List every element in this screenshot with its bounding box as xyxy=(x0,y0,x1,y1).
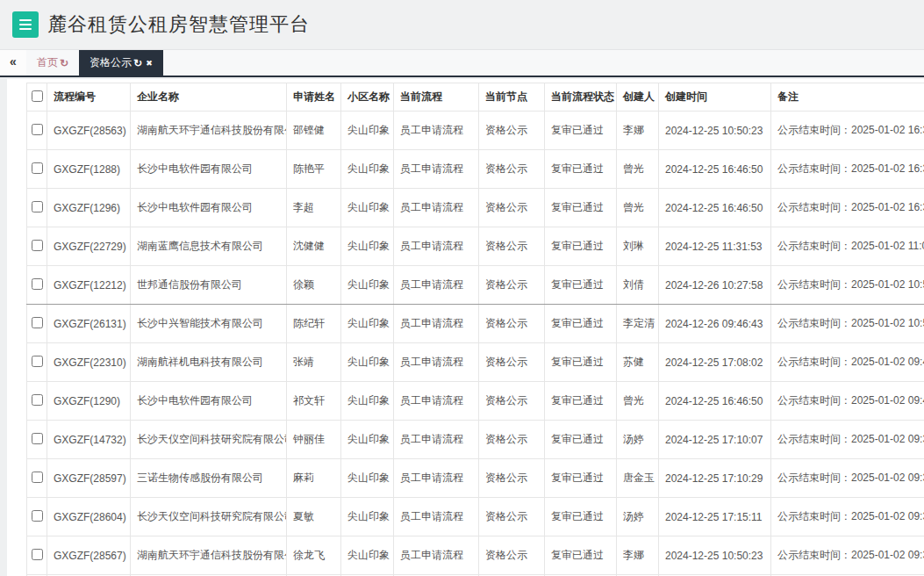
cell-community: 尖山印象 xyxy=(341,536,394,575)
cell-created-at: 2024-12-25 16:46:50 xyxy=(659,150,771,189)
cell-applicant: 邵铿健 xyxy=(287,112,341,150)
row-checkbox[interactable] xyxy=(32,394,43,406)
cell-company: 三诺生物传感股份有限公司 xyxy=(131,459,287,498)
row-checkbox[interactable] xyxy=(32,317,43,328)
col-created-at: 创建时间 xyxy=(659,83,771,112)
cell-remark: 公示结束时间：2025-01-02 09:32:24 xyxy=(771,498,924,536)
cell-process-no: GXGZF(28597) xyxy=(47,459,131,498)
content-area: 流程编号 企业名称 申请姓名 小区名称 当前流程 当前节点 当前流程状态 创建人… xyxy=(7,79,924,576)
cell-flow-status: 复审已通过 xyxy=(545,189,617,227)
cell-company: 湖南蓝鹰信息技术有限公司 xyxy=(131,227,287,266)
cell-current-flow: 员工申请流程 xyxy=(394,305,479,343)
hamburger-icon xyxy=(19,19,32,30)
refresh-icon[interactable]: ↻ xyxy=(60,57,68,69)
row-checkbox-cell xyxy=(27,498,47,536)
tab-home-label: 首页 xyxy=(37,55,58,70)
col-company: 企业名称 xyxy=(131,83,287,112)
cell-process-no: GXGZF(1290) xyxy=(47,382,131,421)
cell-current-node: 资格公示 xyxy=(479,459,545,498)
page-title: 麓谷租赁公租房智慧管理平台 xyxy=(47,11,310,38)
cell-applicant: 沈健健 xyxy=(287,227,341,266)
cell-current-node: 资格公示 xyxy=(479,382,545,421)
cell-process-no: GXGZF(28563) xyxy=(47,112,131,150)
cell-process-no: GXGZF(1288) xyxy=(47,150,131,189)
row-checkbox[interactable] xyxy=(32,201,43,212)
cell-applicant: 李超 xyxy=(287,189,341,227)
cell-company: 长沙中兴智能技术有限公司 xyxy=(131,305,287,343)
table-row[interactable]: GXGZF(28597) 三诺生物传感股份有限公司 麻莉 尖山印象 员工申请流程… xyxy=(27,459,924,498)
cell-process-no: GXGZF(22729) xyxy=(47,227,131,266)
cell-process-no: GXGZF(1296) xyxy=(47,189,131,227)
row-checkbox[interactable] xyxy=(32,240,43,251)
table-row[interactable]: GXGZF(28567) 湖南航天环宇通信科技股份有限公司 徐龙飞 尖山印象 员… xyxy=(27,536,924,575)
table-row[interactable]: GXGZF(1290) 长沙中电软件园有限公司 祁文轩 尖山印象 员工申请流程 … xyxy=(27,382,924,421)
cell-community: 尖山印象 xyxy=(341,189,394,227)
cell-current-flow: 员工申请流程 xyxy=(394,343,479,382)
row-checkbox[interactable] xyxy=(32,278,43,290)
col-community: 小区名称 xyxy=(341,83,394,112)
cell-community: 尖山印象 xyxy=(341,498,394,536)
refresh-icon[interactable]: ↻ xyxy=(133,57,142,69)
table-row[interactable]: GXGZF(22729) 湖南蓝鹰信息技术有限公司 沈健健 尖山印象 员工申请流… xyxy=(27,227,924,266)
cell-created-at: 2024-12-25 16:46:50 xyxy=(659,382,771,421)
cell-current-node: 资格公示 xyxy=(479,266,545,305)
cell-current-flow: 员工申请流程 xyxy=(394,498,479,536)
cell-remark: 公示结束时间：2025-01-02 16:32:36 xyxy=(771,112,924,150)
cell-community: 尖山印象 xyxy=(341,150,394,189)
cell-process-no: GXGZF(28567) xyxy=(47,536,131,575)
cell-current-flow: 员工申请流程 xyxy=(394,421,479,459)
cell-flow-status: 复审已通过 xyxy=(545,382,617,421)
table-row[interactable]: GXGZF(28563) 湖南航天环宇通信科技股份有限公司 邵铿健 尖山印象 员… xyxy=(27,112,924,150)
row-checkbox[interactable] xyxy=(32,549,43,560)
cell-remark: 公示结束时间：2025-01-02 11:00:04 xyxy=(771,227,924,266)
cell-applicant: 徐龙飞 xyxy=(287,536,341,575)
cell-company: 湖南航天环宇通信科技股份有限公司 xyxy=(131,112,287,150)
row-checkbox[interactable] xyxy=(32,510,43,522)
cell-remark: 公示结束时间：2025-01-02 10:59:56 xyxy=(771,266,924,305)
cell-community: 尖山印象 xyxy=(341,421,394,459)
row-checkbox-cell xyxy=(27,227,47,266)
cell-current-node: 资格公示 xyxy=(479,498,545,536)
cell-current-flow: 员工申请流程 xyxy=(394,112,479,150)
row-checkbox[interactable] xyxy=(32,472,43,483)
row-checkbox-cell xyxy=(27,536,47,575)
cell-creator: 刘琳 xyxy=(617,227,659,266)
table-row[interactable]: GXGZF(28604) 长沙天仪空间科技研究院有限公司 夏敏 尖山印象 员工申… xyxy=(27,498,924,536)
tab-home[interactable]: 首页 ↻ xyxy=(26,50,79,76)
cell-remark: 公示结束时间：2025-01-02 09:32:43 xyxy=(771,421,924,459)
row-checkbox[interactable] xyxy=(32,162,43,174)
cell-creator: 李娜 xyxy=(617,112,659,150)
cell-community: 尖山印象 xyxy=(341,343,394,382)
tabs-collapse-button[interactable]: « xyxy=(0,50,26,76)
row-checkbox-cell xyxy=(27,189,47,227)
cell-company: 世邦通信股份有限公司 xyxy=(131,266,287,305)
tab-qualification-publicity[interactable]: 资格公示 ↻ ✖ xyxy=(79,50,163,76)
table-row[interactable]: GXGZF(1296) 长沙中电软件园有限公司 李超 尖山印象 员工申请流程 资… xyxy=(27,189,924,227)
cell-applicant: 徐颖 xyxy=(287,266,341,305)
cell-community: 尖山印象 xyxy=(341,459,394,498)
hamburger-menu-button[interactable] xyxy=(12,11,39,38)
topbar: 麓谷租赁公租房智慧管理平台 xyxy=(0,0,924,50)
col-current-flow: 当前流程 xyxy=(394,83,479,112)
row-checkbox[interactable] xyxy=(32,356,43,367)
cell-applicant: 夏敏 xyxy=(287,498,341,536)
cell-current-flow: 员工申请流程 xyxy=(394,382,479,421)
select-all-checkbox[interactable] xyxy=(32,90,43,102)
table-row[interactable]: GXGZF(26131) 长沙中兴智能技术有限公司 陈纪轩 尖山印象 员工申请流… xyxy=(27,305,924,343)
row-checkbox[interactable] xyxy=(32,433,43,444)
cell-current-node: 资格公示 xyxy=(479,305,545,343)
table-row[interactable]: GXGZF(22310) 湖南航祥机电科技有限公司 张靖 尖山印象 员工申请流程… xyxy=(27,343,924,382)
cell-applicant: 张靖 xyxy=(287,343,341,382)
table-row[interactable]: GXGZF(1288) 长沙中电软件园有限公司 陈艳平 尖山印象 员工申请流程 … xyxy=(27,150,924,189)
row-checkbox[interactable] xyxy=(32,124,43,135)
close-icon[interactable]: ✖ xyxy=(146,59,153,68)
cell-process-no: GXGZF(12212) xyxy=(47,266,131,305)
cell-created-at: 2024-12-26 10:27:58 xyxy=(659,266,771,305)
cell-current-flow: 员工申请流程 xyxy=(394,536,479,575)
table-row[interactable]: GXGZF(14732) 长沙天仪空间科技研究院有限公司 钟丽佳 尖山印象 员工… xyxy=(27,421,924,459)
table-row[interactable]: GXGZF(12212) 世邦通信股份有限公司 徐颖 尖山印象 员工申请流程 资… xyxy=(27,266,924,305)
cell-current-flow: 员工申请流程 xyxy=(394,266,479,305)
tab-qualification-publicity-label: 资格公示 xyxy=(90,55,132,70)
col-creator: 创建人 xyxy=(617,83,659,112)
cell-current-node: 资格公示 xyxy=(479,189,545,227)
